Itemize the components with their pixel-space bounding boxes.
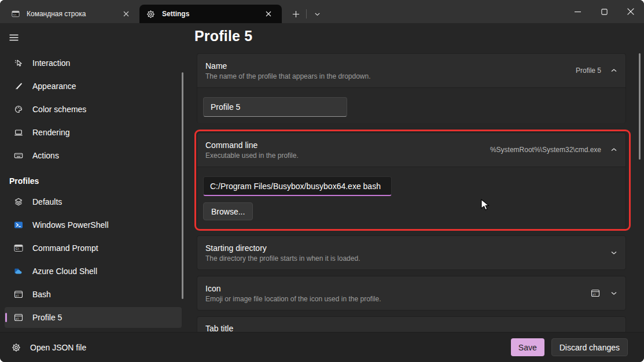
sidebar-nav: Interaction Appearance Color schemes Ren… — [0, 53, 194, 330]
command-line-setting-card: Command line Executable used in the prof… — [197, 132, 626, 230]
tab-title-setting-card: Tab title — [197, 316, 626, 332]
cmd-window-icon: C:\ — [14, 243, 23, 253]
sidebar-item-azure-cloud-shell[interactable]: Azure Cloud Shell — [5, 261, 182, 282]
close-window-button[interactable] — [617, 0, 644, 23]
command-line-input[interactable] — [203, 176, 392, 196]
content-scrollbar[interactable] — [639, 53, 641, 160]
icon-setting-card: Icon Emoji or image file location of the… — [197, 276, 626, 311]
new-tab-button[interactable] — [288, 5, 304, 23]
starting-directory-expander-header[interactable]: Starting directory The directory the pro… — [197, 236, 625, 269]
chevron-up-icon[interactable] — [610, 146, 617, 153]
name-expander-header[interactable]: Name The name of the profile that appear… — [197, 54, 625, 87]
sidebar-item-bash[interactable]: c:\ Bash — [5, 284, 182, 305]
sidebar-scrollbar[interactable] — [182, 72, 183, 299]
footer-bar: Open JSON file Save Discard changes — [0, 332, 644, 362]
paintbrush-icon — [14, 82, 23, 91]
sidebar-item-label: Bash — [32, 290, 51, 299]
setting-title: Command line — [205, 141, 490, 150]
sidebar-item-profile-5[interactable]: c:\ Profile 5 — [5, 307, 182, 328]
name-setting-card: Name The name of the profile that appear… — [197, 53, 626, 123]
sidebar-item-defaults[interactable]: Defaults — [5, 191, 182, 212]
titlebar: C:\ Командная строка Settings — [0, 0, 644, 23]
setting-title: Name — [205, 61, 576, 71]
svg-text:c:\: c:\ — [16, 317, 19, 320]
sidebar-item-color-schemes[interactable]: Color schemes — [5, 99, 182, 120]
command-line-expander-body: Browse... — [197, 167, 625, 230]
discard-changes-button[interactable]: Discard changes — [551, 338, 628, 356]
sidebar-item-label: Rendering — [32, 128, 70, 137]
setting-subtitle: The directory the profile starts in when… — [205, 254, 610, 263]
svg-text:C:\: C:\ — [13, 13, 17, 16]
setting-title: Icon — [205, 284, 591, 293]
sidebar-item-label: Profile 5 — [32, 313, 62, 322]
save-button[interactable]: Save — [511, 338, 544, 356]
sidebar-item-appearance[interactable]: Appearance — [5, 76, 182, 97]
settings-content: Profile 5 Name The name of the profile t… — [194, 23, 644, 332]
monitor-icon — [14, 128, 23, 137]
layers-icon — [14, 197, 23, 206]
cmd-window-icon: C:\ — [12, 10, 20, 18]
command-line-expander-header[interactable]: Command line Executable used in the prof… — [197, 133, 625, 167]
hamburger-menu-button[interactable] — [5, 28, 28, 47]
maximize-button[interactable] — [591, 0, 617, 23]
open-json-file-button[interactable]: Open JSON file — [12, 343, 86, 352]
svg-text:c:\: c:\ — [593, 293, 596, 296]
sidebar-item-actions[interactable]: Actions — [5, 145, 182, 166]
tab-command-prompt[interactable]: C:\ Командная строка — [5, 5, 139, 23]
sidebar-item-label: Appearance — [32, 82, 76, 91]
sidebar-item-label: Actions — [32, 151, 59, 160]
selection-indicator — [5, 313, 7, 322]
setting-current-value: %SystemRoot%\System32\cmd.exe — [490, 146, 601, 154]
setting-current-value: Profile 5 — [576, 67, 601, 75]
setting-subtitle: The name of the profile that appears in … — [205, 72, 576, 80]
svg-text:c:\: c:\ — [16, 294, 19, 297]
gear-icon — [12, 343, 21, 352]
profiles-section-header: Profiles — [0, 173, 194, 189]
terminal-settings-window: C:\ Командная строка Settings — [0, 0, 644, 362]
setting-title: Starting directory — [205, 243, 610, 253]
close-tab-icon[interactable] — [261, 7, 276, 21]
azure-cloud-icon — [14, 267, 23, 276]
open-json-label: Open JSON file — [30, 343, 86, 352]
sidebar-item-label: Azure Cloud Shell — [32, 267, 97, 276]
tab-bar-divider — [306, 9, 307, 19]
window-controls — [564, 0, 644, 23]
sidebar-item-label: Interaction — [32, 58, 70, 68]
console-window-icon: c:\ — [14, 290, 23, 299]
sidebar-item-label: Color schemes — [32, 105, 86, 114]
settings-sidebar: Interaction Appearance Color schemes Ren… — [0, 23, 194, 332]
new-tab-dropdown-button[interactable] — [309, 5, 325, 23]
tab-settings[interactable]: Settings — [139, 5, 282, 23]
sidebar-item-interaction[interactable]: Interaction — [5, 53, 182, 73]
close-tab-icon[interactable] — [119, 7, 134, 21]
setting-subtitle: Emoji or image file location of the icon… — [205, 295, 591, 303]
sidebar-item-rendering[interactable]: Rendering — [5, 122, 182, 143]
icon-expander-header[interactable]: Icon Emoji or image file location of the… — [197, 276, 625, 310]
tab-title-expander-header[interactable]: Tab title — [197, 317, 625, 332]
setting-title: Tab title — [205, 324, 617, 332]
sidebar-item-label: Windows PowerShell — [32, 220, 109, 230]
setting-subtitle: Executable used in the profile. — [205, 152, 490, 160]
keyboard-icon — [14, 151, 23, 160]
powershell-icon — [14, 220, 23, 230]
starting-directory-setting-card: Starting directory The directory the pro… — [197, 235, 626, 270]
browse-button[interactable]: Browse... — [203, 202, 253, 220]
sidebar-item-command-prompt[interactable]: C:\ Command Prompt — [5, 238, 182, 258]
tab-label: Командная строка — [27, 10, 119, 18]
chevron-up-icon[interactable] — [610, 67, 617, 74]
interaction-cursor-icon — [14, 58, 23, 68]
gear-icon — [146, 10, 155, 19]
minimize-button[interactable] — [564, 0, 591, 23]
page-title: Profile 5 — [194, 28, 252, 45]
tab-label: Settings — [162, 10, 261, 18]
sidebar-item-label: Defaults — [32, 197, 62, 206]
chevron-down-icon[interactable] — [610, 290, 617, 297]
palette-icon — [14, 105, 23, 114]
profile-icon-preview: c:\ — [591, 289, 600, 298]
sidebar-item-windows-powershell[interactable]: Windows PowerShell — [5, 215, 182, 235]
chevron-down-icon[interactable] — [610, 249, 617, 256]
name-expander-body — [197, 87, 625, 123]
console-window-icon: c:\ — [14, 313, 23, 322]
svg-text:C:\: C:\ — [16, 248, 20, 250]
profile-name-input[interactable] — [203, 97, 347, 117]
